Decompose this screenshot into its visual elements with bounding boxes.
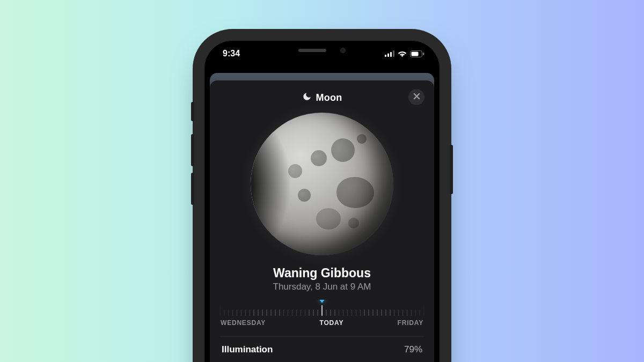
slider-tick — [301, 309, 302, 316]
status-time: 9:34 — [223, 49, 240, 58]
slider-tick — [275, 309, 276, 316]
volume-up-button[interactable] — [191, 134, 194, 166]
slider-tick — [309, 309, 310, 316]
slider-tick — [245, 309, 246, 316]
slider-label-today: TODAY — [320, 319, 344, 327]
slider-tick — [258, 309, 259, 316]
slider-label-prev: WEDNESDAY — [221, 319, 266, 327]
phone-frame: 9:34 Moon — [196, 32, 448, 362]
close-button[interactable] — [408, 89, 425, 105]
slider-tick — [394, 309, 395, 316]
slider-tick — [356, 309, 357, 316]
svg-rect-0 — [385, 55, 386, 57]
slider-tick — [423, 305, 425, 316]
slider-tick — [241, 309, 242, 316]
slider-tick — [364, 309, 365, 316]
slider-tick — [266, 309, 267, 316]
slider-tick — [390, 309, 391, 316]
slider-tick — [253, 309, 254, 316]
display-notch — [263, 41, 381, 60]
slider-tick — [321, 305, 323, 316]
moon-phase-image — [251, 113, 393, 255]
battery-icon — [410, 50, 425, 57]
day-slider[interactable] — [219, 300, 425, 316]
cellular-signal-icon — [385, 50, 394, 57]
slider-tick — [224, 309, 225, 316]
slider-tick — [343, 309, 344, 316]
slider-tick — [305, 309, 306, 316]
slider-tick — [219, 305, 221, 316]
close-icon — [413, 92, 420, 102]
slider-tick — [283, 309, 284, 316]
moon-phase-name: Waning Gibbous — [219, 266, 425, 280]
svg-rect-2 — [390, 52, 392, 57]
phone-screen: 9:34 Moon — [204, 41, 440, 362]
slider-tick — [411, 309, 412, 316]
card-title: Moon — [316, 92, 342, 104]
slider-tick — [237, 309, 238, 316]
slider-tick — [232, 309, 233, 316]
slider-labels: WEDNESDAY TODAY FRIDAY — [219, 319, 425, 327]
earpiece-speaker — [298, 49, 326, 52]
slider-pointer-icon — [319, 299, 325, 303]
slider-tick — [368, 309, 369, 316]
moon-phase-date: Thursday, 8 Jun at 9 AM — [219, 282, 425, 292]
slider-tick — [360, 309, 361, 316]
slider-tick — [279, 309, 280, 316]
slider-tick — [262, 309, 263, 316]
slider-tick — [347, 309, 348, 316]
slider-tick — [415, 309, 416, 316]
volume-down-button[interactable] — [191, 173, 194, 205]
detail-rows: Illumination79% — [219, 336, 425, 362]
slider-tick — [250, 309, 251, 316]
detail-row: Illumination79% — [219, 336, 425, 362]
front-camera — [340, 48, 346, 53]
slider-tick — [313, 309, 314, 316]
ringer-switch[interactable] — [191, 102, 194, 121]
slider-tick — [292, 309, 293, 316]
slider-tick — [339, 309, 340, 316]
slider-tick — [334, 309, 335, 316]
slider-tick — [330, 309, 331, 316]
slider-tick — [398, 309, 399, 316]
svg-rect-6 — [423, 53, 424, 55]
moon-icon — [302, 92, 312, 104]
card-header: Moon — [219, 90, 425, 105]
slider-tick — [385, 309, 386, 316]
slider-tick — [326, 309, 327, 316]
side-power-button[interactable] — [450, 145, 453, 194]
slider-tick — [317, 309, 318, 316]
slider-tick — [270, 309, 272, 316]
svg-rect-5 — [412, 51, 419, 56]
slider-tick — [402, 309, 404, 316]
slider-tick — [288, 309, 289, 316]
slider-tick — [352, 309, 353, 316]
moon-detail-card: Moon Waning Gibbous Thursday, 8 Jun at 9… — [210, 80, 434, 362]
slider-tick — [377, 309, 378, 316]
svg-rect-3 — [393, 50, 394, 57]
slider-tick — [296, 309, 297, 316]
detail-row-value: 79% — [404, 344, 422, 355]
wifi-icon — [398, 50, 407, 57]
slider-label-next: FRIDAY — [398, 319, 423, 327]
slider-tick — [381, 309, 382, 316]
slider-tick — [228, 309, 229, 316]
slider-tick — [372, 309, 374, 316]
slider-tick — [419, 309, 420, 316]
slider-tick — [407, 309, 408, 316]
detail-row-key: Illumination — [222, 344, 273, 355]
svg-rect-1 — [387, 54, 389, 57]
